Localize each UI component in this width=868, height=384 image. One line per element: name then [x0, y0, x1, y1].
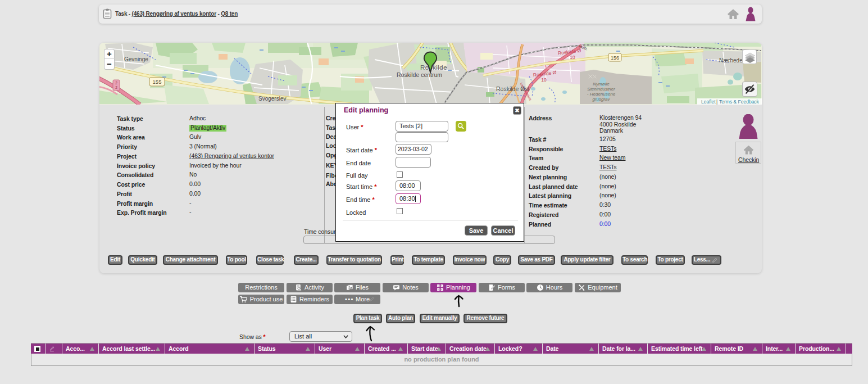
- svg-text:2: 2: [115, 81, 117, 85]
- svg-text:- Hedehusene: - Hedehusene: [587, 92, 616, 97]
- svg-text:10: 10: [541, 77, 547, 83]
- svg-text:2: 2: [115, 85, 117, 89]
- svg-text:Svogerslev: Svogerslev: [258, 96, 286, 102]
- svg-text:Roskilde: Roskilde: [420, 64, 447, 71]
- svg-text:Roskilde Øst: Roskilde Øst: [496, 85, 530, 92]
- svg-text:Stenindustrier: Stenindustrier: [587, 87, 615, 92]
- svg-text:Nymølle: Nymølle: [593, 82, 610, 87]
- svg-text:Terms & Feedback: Terms & Feedback: [719, 99, 760, 105]
- svg-text:Gevninge: Gevninge: [124, 56, 148, 62]
- svg-text:|: |: [716, 99, 717, 105]
- svg-text:155: 155: [153, 79, 162, 85]
- svg-text:Leaflet: Leaflet: [701, 99, 716, 105]
- svg-text:Roskilde centrum: Roskilde centrum: [397, 71, 442, 78]
- svg-text:grusgrav: grusgrav: [592, 97, 610, 102]
- svg-text:10: 10: [570, 55, 575, 60]
- svg-text:156: 156: [611, 55, 619, 61]
